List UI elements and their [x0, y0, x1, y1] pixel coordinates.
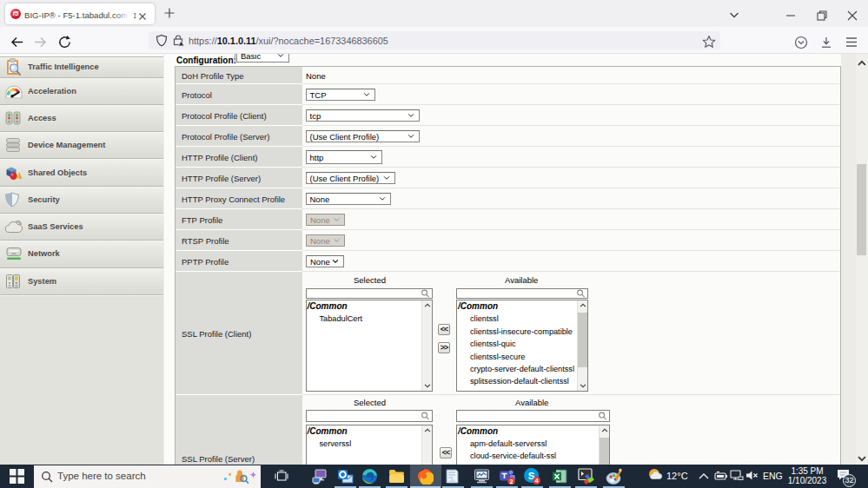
svg-text:2: 2 [509, 478, 513, 485]
